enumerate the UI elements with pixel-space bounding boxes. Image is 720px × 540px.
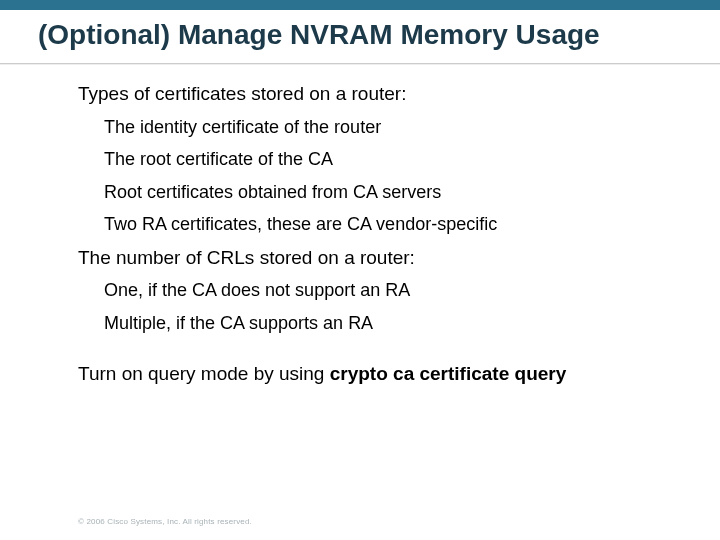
body-area: Types of certificates stored on a router… bbox=[0, 64, 720, 386]
query-mode-text: Turn on query mode by using bbox=[78, 363, 330, 384]
bullet-root-certs-servers: Root certificates obtained from CA serve… bbox=[104, 181, 682, 204]
title-area: (Optional) Manage NVRAM Memory Usage bbox=[0, 10, 720, 59]
copyright-footer: © 2006 Cisco Systems, Inc. All rights re… bbox=[78, 517, 252, 526]
heading-certificate-types: Types of certificates stored on a router… bbox=[78, 82, 682, 106]
slide-title: (Optional) Manage NVRAM Memory Usage bbox=[38, 20, 682, 51]
spacer bbox=[78, 344, 682, 362]
query-mode-command: crypto ca certificate query bbox=[330, 363, 567, 384]
heading-crl-count: The number of CRLs stored on a router: bbox=[78, 246, 682, 270]
bullet-root-cert-ca: The root certificate of the CA bbox=[104, 148, 682, 171]
bullet-ra-certs: Two RA certificates, these are CA vendor… bbox=[104, 213, 682, 236]
slide: (Optional) Manage NVRAM Memory Usage Typ… bbox=[0, 0, 720, 540]
bullet-crl-multiple: Multiple, if the CA supports an RA bbox=[104, 312, 682, 335]
top-color-band bbox=[0, 0, 720, 10]
query-mode-line: Turn on query mode by using crypto ca ce… bbox=[78, 362, 682, 386]
bullet-crl-one: One, if the CA does not support an RA bbox=[104, 279, 682, 302]
bullet-identity-cert: The identity certificate of the router bbox=[104, 116, 682, 139]
